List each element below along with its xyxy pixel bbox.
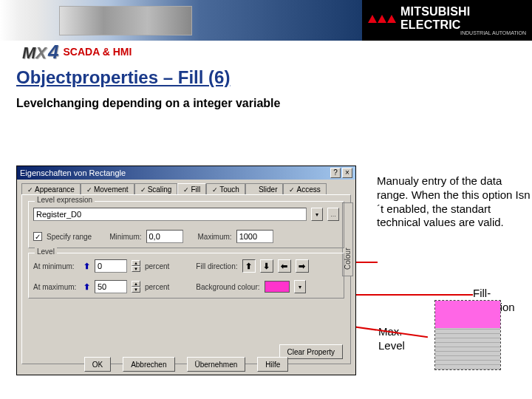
banner-product-image xyxy=(59,6,192,35)
min-label: Minimum: xyxy=(109,233,141,241)
specify-range-checkbox[interactable]: ✓ xyxy=(33,232,42,241)
mitsubishi-logo-icon xyxy=(368,15,396,23)
ok-button[interactable]: OK xyxy=(84,357,111,372)
tab-slider[interactable]: ✓Slider xyxy=(245,183,284,195)
dialog-button-row: OK Abbrechen Übernehmen Hilfe xyxy=(17,357,355,372)
fill-dir-down[interactable]: ⬇ xyxy=(260,259,273,273)
tank-empty xyxy=(435,328,500,369)
dialog-titlebar: Eigenschaften von Rectangle ? × xyxy=(17,166,355,180)
top-banner: MITSUBISHI ELECTRIC INDUSTRIAL AUTOMATIO… xyxy=(0,0,532,41)
tank-illustration xyxy=(434,300,501,370)
spin-up-2[interactable]: ▲ xyxy=(132,281,140,287)
apply-button[interactable]: Übernehmen xyxy=(187,357,246,372)
bg-colour-dropdown-icon[interactable]: ▾ xyxy=(294,280,306,293)
spin-down[interactable]: ▼ xyxy=(132,266,140,272)
percent-label-1: percent xyxy=(145,262,169,270)
expression-browse-button[interactable]: … xyxy=(327,208,339,221)
dialog-title: Eigenschaften von Rectangle xyxy=(20,168,126,177)
bg-colour-swatch[interactable] xyxy=(265,281,290,293)
tabs: ✓Appearance ✓Movement ✓Scaling ✓Fill ✓To… xyxy=(17,180,355,194)
tank-fill xyxy=(435,301,500,328)
mx4-logo: MX4 xyxy=(22,41,58,64)
maximum-input[interactable] xyxy=(236,230,273,243)
group-label-level: Level xyxy=(35,248,57,256)
group-label-level-expression: Level expression xyxy=(35,196,95,204)
tab-touch[interactable]: ✓Touch xyxy=(206,183,245,195)
expression-dropdown-icon[interactable]: ▾ xyxy=(311,208,323,221)
help-button[interactable]: ? xyxy=(330,168,341,178)
properties-dialog: Eigenschaften von Rectangle ? × ✓Appeara… xyxy=(16,166,356,375)
at-max-input[interactable] xyxy=(95,280,127,293)
max-label: Maximum: xyxy=(198,233,232,241)
tab-fill[interactable]: ✓Fill xyxy=(177,183,206,195)
slide-subtitle: Levelchanging depending on a integer var… xyxy=(0,91,532,115)
tab-appearance[interactable]: ✓Appearance xyxy=(21,183,81,195)
fill-dir-up[interactable]: ⬆ xyxy=(242,259,256,273)
level-expression-input[interactable] xyxy=(33,208,307,221)
fill-dir-left[interactable]: ⬅ xyxy=(278,259,291,273)
slide-title: Objectproperties – Fill (6) xyxy=(0,63,532,91)
tab-movement[interactable]: ✓Movement xyxy=(81,183,134,195)
spin-up[interactable]: ▲ xyxy=(132,260,140,266)
at-max-label: At maximum: xyxy=(33,283,79,291)
fill-direction-label: Fill direction: xyxy=(196,262,237,270)
specify-range-label: Specify range xyxy=(47,233,92,241)
brand-sub: INDUSTRIAL AUTOMATION xyxy=(460,30,526,35)
banner-left xyxy=(0,0,362,41)
fill-panel: Colour Level expression ▾ … ✓ Specify ra… xyxy=(21,194,351,364)
arrow-up-icon: ⬆ xyxy=(83,262,90,271)
fill-dir-right[interactable]: ➡ xyxy=(296,259,309,273)
annotation-max-level: Max. Level xyxy=(378,325,423,353)
minimum-input[interactable] xyxy=(146,230,183,243)
tab-access[interactable]: ✓Access xyxy=(283,183,326,195)
tab-scaling[interactable]: ✓Scaling xyxy=(134,183,178,195)
percent-label-2: percent xyxy=(145,283,169,291)
brand-name: MITSUBISHI ELECTRIC xyxy=(400,5,532,32)
help-dialog-button[interactable]: Hilfe xyxy=(257,357,288,372)
close-button[interactable]: × xyxy=(342,168,352,178)
product-row: MX4 SCADA & HMI xyxy=(0,41,532,63)
cancel-button[interactable]: Abbrechen xyxy=(123,357,174,372)
at-min-label: At minimum: xyxy=(33,262,79,270)
arrow-up-icon-2: ⬆ xyxy=(83,282,90,292)
at-min-input[interactable] xyxy=(95,259,127,273)
bg-colour-label: Background colour: xyxy=(196,283,259,291)
annotation-data-range: Manualy entry of the data range. When th… xyxy=(377,174,532,230)
brand-block: MITSUBISHI ELECTRIC INDUSTRIAL AUTOMATIO… xyxy=(362,0,532,41)
scada-label: SCADA & HMI xyxy=(63,46,132,58)
spin-down-2[interactable]: ▼ xyxy=(132,287,140,293)
